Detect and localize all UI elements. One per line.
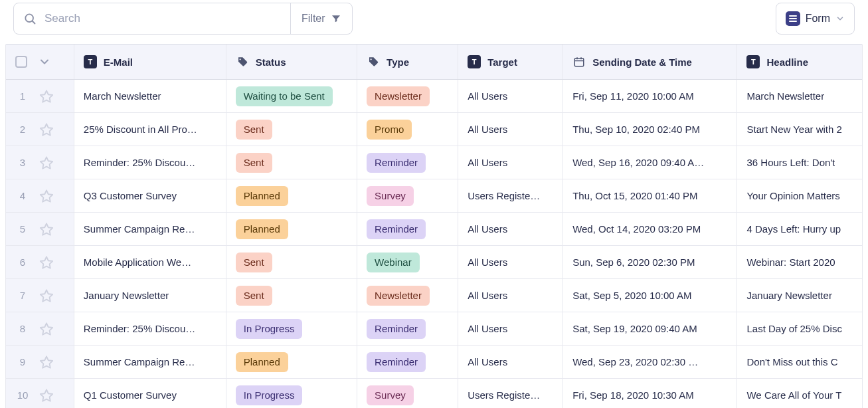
cell-status[interactable]: In Progress	[226, 312, 357, 345]
cell-target[interactable]: All Users	[458, 80, 563, 112]
cell-status[interactable]: Sent	[226, 279, 357, 312]
cell-status[interactable]: Planned	[226, 213, 357, 245]
table-row[interactable]: 5Summer Campaign Re…PlannedReminderAll U…	[6, 213, 862, 246]
cell-type[interactable]: Survey	[357, 179, 458, 212]
cell-type[interactable]: Newsletter	[357, 80, 458, 112]
table-row[interactable]: 4Q3 Customer SurveyPlannedSurveyUsers Re…	[6, 179, 862, 213]
cell-email[interactable]: March Newsletter	[74, 80, 226, 112]
table-row[interactable]: 3Reminder: 25% Discou…SentReminderAll Us…	[6, 146, 862, 179]
cell-type[interactable]: Webinar	[357, 246, 458, 278]
table-row[interactable]: 8Reminder: 25% Discou…In ProgressReminde…	[6, 312, 862, 346]
cell-email[interactable]: 25% Discount in All Pro…	[74, 113, 226, 146]
cell-date[interactable]: Fri, Sep 18, 2020 10:30 AM	[563, 379, 737, 408]
star-icon[interactable]	[39, 222, 54, 237]
cell-type[interactable]: Reminder	[357, 213, 458, 245]
star-icon[interactable]	[39, 89, 54, 104]
filter-button[interactable]: Filter	[290, 3, 352, 34]
header-email[interactable]: T E-Mail	[74, 45, 226, 79]
cell-status[interactable]: Sent	[226, 146, 357, 179]
svg-line-1	[33, 21, 35, 24]
view-switch-button[interactable]: Form	[776, 3, 855, 35]
row-number: 4	[15, 190, 30, 201]
cell-headline[interactable]: Start New Year with 2	[737, 113, 862, 146]
cell-email[interactable]: Q3 Customer Survey	[74, 179, 226, 212]
cell-type[interactable]: Reminder	[357, 146, 458, 179]
view-switch-label: Form	[806, 13, 830, 25]
cell-date[interactable]: Sat, Sep 5, 2020 10:00 AM	[563, 279, 737, 312]
star-icon[interactable]	[39, 155, 54, 170]
cell-date[interactable]: Thu, Sep 10, 2020 02:40 PM	[563, 113, 737, 146]
cell-type[interactable]: Reminder	[357, 312, 458, 345]
cell-headline[interactable]: January Newsletter	[737, 279, 862, 312]
star-icon[interactable]	[39, 122, 54, 137]
header-headline[interactable]: T Headline	[737, 45, 862, 79]
cell-date[interactable]: Wed, Sep 16, 2020 09:40 A…	[563, 146, 737, 179]
cell-date-text: Sat, Sep 5, 2020 10:00 AM	[572, 290, 691, 301]
star-icon[interactable]	[39, 255, 54, 270]
cell-status[interactable]: Sent	[226, 113, 357, 146]
cell-status[interactable]: Planned	[226, 179, 357, 212]
cell-date[interactable]: Wed, Sep 23, 2020 02:30 …	[563, 346, 737, 378]
cell-type[interactable]: Survey	[357, 379, 458, 408]
cell-email[interactable]: Q1 Customer Survey	[74, 379, 226, 408]
table-row[interactable]: 9Summer Campaign Re…PlannedReminderAll U…	[6, 346, 862, 379]
cell-headline[interactable]: Webinar: Start 2020	[737, 246, 862, 278]
star-icon[interactable]	[39, 322, 54, 336]
cell-type[interactable]: Newsletter	[357, 279, 458, 312]
cell-date[interactable]: Fri, Sep 11, 2020 10:00 AM	[563, 80, 737, 112]
star-icon[interactable]	[39, 189, 54, 203]
cell-date[interactable]: Thu, Oct 15, 2020 01:40 PM	[563, 179, 737, 212]
cell-target[interactable]: All Users	[458, 246, 563, 278]
cell-target[interactable]: All Users	[458, 146, 563, 179]
cell-target[interactable]: All Users	[458, 279, 563, 312]
cell-status[interactable]: Sent	[226, 246, 357, 278]
cell-date[interactable]: Wed, Oct 14, 2020 03:20 PM	[563, 213, 737, 245]
star-icon[interactable]	[39, 388, 54, 403]
expand-all-chevron-icon[interactable]	[38, 55, 51, 68]
cell-email[interactable]: Summer Campaign Re…	[74, 346, 226, 378]
header-date[interactable]: Sending Date & Time	[563, 45, 737, 79]
cell-email[interactable]: Reminder: 25% Discou…	[74, 146, 226, 179]
search-box[interactable]	[14, 3, 290, 34]
cell-email[interactable]: Reminder: 25% Discou…	[74, 312, 226, 345]
header-target[interactable]: T Target	[458, 45, 563, 79]
cell-target[interactable]: All Users	[458, 346, 563, 378]
cell-date[interactable]: Sun, Sep 6, 2020 02:30 PM	[563, 246, 737, 278]
cell-headline-text: March Newsletter	[746, 90, 824, 102]
search-input[interactable]	[43, 11, 281, 26]
cell-target[interactable]: Users Registe…	[458, 379, 563, 408]
cell-status[interactable]: In Progress	[226, 379, 357, 408]
cell-target[interactable]: All Users	[458, 113, 563, 146]
cell-headline[interactable]: Last Day of 25% Disc	[737, 312, 862, 345]
table-row[interactable]: 6Mobile Application We…SentWebinarAll Us…	[6, 246, 862, 279]
cell-headline[interactable]: 36 Hours Left: Don't	[737, 146, 862, 179]
cell-email[interactable]: Summer Campaign Re…	[74, 213, 226, 245]
table-row[interactable]: 225% Discount in All Pro…SentPromoAll Us…	[6, 113, 862, 146]
cell-email[interactable]: Mobile Application We…	[74, 246, 226, 278]
cell-headline[interactable]: Your Opinion Matters	[737, 179, 862, 212]
cell-status[interactable]: Planned	[226, 346, 357, 378]
cell-headline[interactable]: 4 Days Left: Hurry up	[737, 213, 862, 245]
cell-headline-text: 36 Hours Left: Don't	[746, 157, 835, 168]
cell-type[interactable]: Reminder	[357, 346, 458, 378]
cell-headline[interactable]: March Newsletter	[737, 80, 862, 112]
cell-date[interactable]: Sat, Sep 19, 2020 09:40 AM	[563, 312, 737, 345]
header-status[interactable]: Status	[226, 45, 357, 79]
cell-headline[interactable]: Don't Miss out this C	[737, 346, 862, 378]
cell-email[interactable]: January Newsletter	[74, 279, 226, 312]
cell-target[interactable]: Users Registe…	[458, 179, 563, 212]
cell-target[interactable]: All Users	[458, 213, 563, 245]
cell-target-text: Users Registe…	[468, 389, 540, 401]
table-row[interactable]: 1March NewsletterWaiting to be SentNewsl…	[6, 80, 862, 113]
cell-target[interactable]: All Users	[458, 312, 563, 345]
select-all-checkbox[interactable]	[15, 56, 27, 68]
header-type[interactable]: Type	[357, 45, 458, 79]
cell-status[interactable]: Waiting to be Sent	[226, 80, 357, 112]
star-icon[interactable]	[39, 355, 54, 369]
table-row[interactable]: 10Q1 Customer SurveyIn ProgressSurveyUse…	[6, 379, 862, 408]
svg-marker-6	[41, 90, 52, 102]
cell-headline[interactable]: We Care All of Your T	[737, 379, 862, 408]
cell-type[interactable]: Promo	[357, 113, 458, 146]
star-icon[interactable]	[39, 288, 54, 303]
table-row[interactable]: 7January NewsletterSentNewsletterAll Use…	[6, 279, 862, 312]
